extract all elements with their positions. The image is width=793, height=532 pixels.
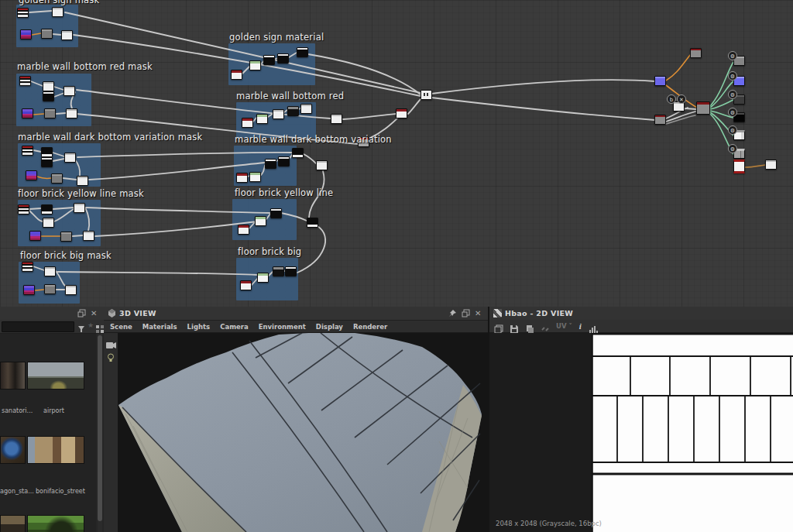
new-view-icon[interactable] bbox=[494, 322, 503, 331]
graph-node[interactable] bbox=[278, 156, 290, 166]
graph-node[interactable] bbox=[249, 60, 261, 70]
graph-node[interactable] bbox=[83, 231, 94, 241]
pin-icon[interactable] bbox=[448, 309, 457, 317]
graph-node[interactable] bbox=[61, 30, 73, 40]
graph-node[interactable] bbox=[257, 273, 269, 283]
library-thumbnail[interactable] bbox=[0, 436, 26, 464]
graph-node[interactable] bbox=[277, 53, 289, 63]
graph-node[interactable] bbox=[64, 86, 75, 96]
graph-node[interactable] bbox=[654, 115, 666, 125]
graph-node[interactable] bbox=[331, 114, 342, 124]
graph-node[interactable] bbox=[43, 91, 54, 101]
menu-item-renderer[interactable]: Renderer bbox=[353, 323, 387, 331]
graph-node[interactable] bbox=[307, 218, 318, 228]
graph-node[interactable] bbox=[265, 159, 276, 169]
graph-node[interactable] bbox=[273, 109, 284, 119]
2d-view-panel: Hbao - 2D VIEW UV ˅ i bbox=[488, 307, 793, 532]
graph-node[interactable] bbox=[300, 104, 312, 114]
camera-icon[interactable] bbox=[106, 338, 115, 346]
graph-node[interactable] bbox=[64, 153, 76, 163]
graph-node[interactable] bbox=[297, 47, 308, 57]
graph-node[interactable] bbox=[77, 176, 88, 186]
library-thumbnail[interactable] bbox=[0, 515, 26, 532]
search-input[interactable] bbox=[2, 321, 74, 332]
graph-node[interactable] bbox=[238, 225, 249, 235]
filter-funnel-icon[interactable] bbox=[77, 322, 86, 331]
graph-node[interactable] bbox=[44, 266, 56, 276]
graph-node[interactable] bbox=[52, 7, 64, 17]
library-thumbnail[interactable] bbox=[27, 515, 84, 532]
float-window-icon[interactable] bbox=[77, 309, 86, 317]
2d-viewport[interactable]: 2048 x 2048 (Grayscale, 16bpc) bbox=[489, 333, 793, 532]
graph-node[interactable] bbox=[421, 90, 432, 100]
graph-node[interactable] bbox=[26, 170, 37, 180]
graph-node[interactable] bbox=[29, 231, 41, 241]
lightbulb-icon[interactable] bbox=[107, 352, 115, 360]
graph-node[interactable] bbox=[41, 204, 53, 215]
graph-node[interactable] bbox=[396, 108, 407, 118]
library-thumbnail[interactable] bbox=[27, 362, 84, 390]
graph-node[interactable] bbox=[66, 108, 77, 118]
copy-icon[interactable] bbox=[525, 322, 534, 331]
float-window-icon[interactable] bbox=[462, 309, 470, 317]
graph-node[interactable] bbox=[41, 157, 53, 167]
graph-node[interactable] bbox=[242, 118, 253, 128]
graph-node[interactable] bbox=[654, 76, 666, 86]
graph-node[interactable] bbox=[18, 204, 29, 215]
graph-node[interactable] bbox=[41, 147, 53, 157]
3d-viewport[interactable] bbox=[118, 333, 488, 532]
uv-dropdown[interactable]: UV ˅ bbox=[556, 322, 572, 330]
graph-node[interactable] bbox=[41, 29, 53, 39]
info-icon[interactable]: i bbox=[579, 321, 582, 331]
graph-node[interactable] bbox=[240, 280, 252, 290]
histogram-icon[interactable] bbox=[589, 322, 597, 331]
graph-node[interactable] bbox=[43, 218, 54, 228]
close-icon[interactable]: ✕ bbox=[475, 309, 483, 317]
library-thumbnail[interactable] bbox=[27, 436, 84, 464]
favorites-star-icon[interactable]: ★ bbox=[88, 321, 96, 330]
menu-item-display[interactable]: Display bbox=[316, 323, 343, 331]
menu-item-camera[interactable]: Camera bbox=[220, 323, 249, 331]
graph-node[interactable] bbox=[65, 285, 77, 295]
graph-node[interactable] bbox=[22, 146, 33, 156]
2d-view-toolbar: UV ˅ i bbox=[489, 320, 793, 333]
menu-item-environment[interactable]: Environment bbox=[259, 323, 306, 331]
graph-node[interactable] bbox=[19, 76, 31, 86]
graph-node[interactable] bbox=[44, 108, 56, 118]
graph-node[interactable] bbox=[22, 262, 33, 272]
graph-node[interactable] bbox=[273, 266, 284, 276]
graph-node[interactable] bbox=[236, 173, 248, 183]
graph-node[interactable] bbox=[696, 101, 710, 115]
graph-node[interactable] bbox=[60, 232, 72, 242]
graph-node[interactable] bbox=[231, 70, 242, 80]
save-icon[interactable] bbox=[510, 322, 518, 331]
graph-node[interactable] bbox=[22, 108, 33, 118]
graph-node[interactable] bbox=[23, 285, 35, 295]
graph-node[interactable] bbox=[20, 29, 32, 39]
graph-node[interactable] bbox=[733, 160, 745, 173]
graph-node[interactable] bbox=[249, 172, 261, 182]
graph-node[interactable] bbox=[74, 203, 85, 213]
menu-item-materials[interactable]: Materials bbox=[142, 323, 177, 331]
graph-node[interactable] bbox=[255, 216, 266, 226]
graph-node[interactable] bbox=[765, 160, 777, 170]
graph-node[interactable] bbox=[690, 48, 702, 58]
link-icon[interactable] bbox=[541, 322, 549, 331]
graph-node[interactable] bbox=[270, 208, 282, 218]
graph-node[interactable] bbox=[43, 81, 54, 91]
menu-item-lights[interactable]: Lights bbox=[187, 323, 211, 331]
node-graph-canvas[interactable]: ⚙⚙⚙⚙⚙⚙b✕ golden sign maskmarble wall bot… bbox=[0, 0, 793, 308]
close-icon[interactable]: ✕ bbox=[91, 309, 99, 317]
graph-node[interactable] bbox=[316, 160, 328, 170]
graph-node[interactable] bbox=[256, 114, 268, 124]
library-scrollbar[interactable] bbox=[98, 334, 102, 532]
graph-node[interactable] bbox=[44, 284, 56, 294]
menu-item-scene[interactable]: Scene bbox=[110, 323, 132, 331]
library-thumbnail[interactable] bbox=[0, 362, 26, 390]
graph-node[interactable] bbox=[17, 8, 29, 18]
graph-node[interactable] bbox=[292, 148, 304, 158]
graph-node[interactable] bbox=[287, 106, 299, 116]
graph-node[interactable] bbox=[285, 266, 297, 276]
graph-node[interactable] bbox=[263, 55, 275, 65]
graph-node[interactable] bbox=[51, 173, 63, 184]
